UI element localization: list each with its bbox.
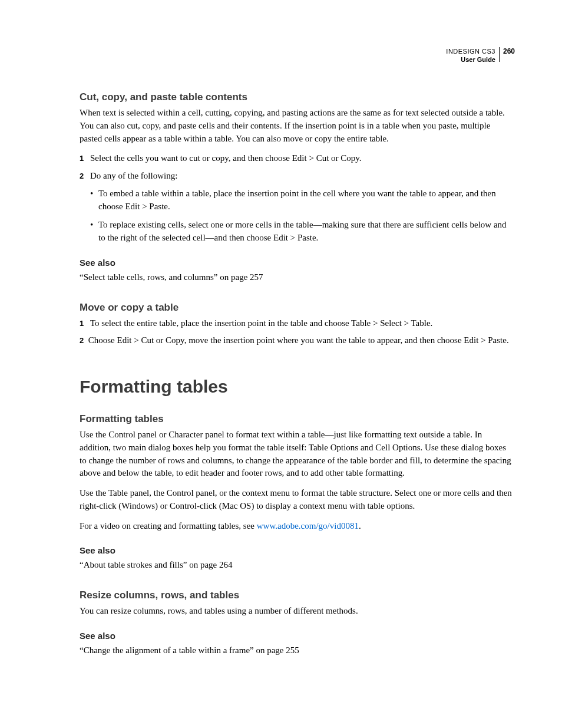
bullet-list: • To embed a table within a table, place… [80,187,515,245]
heading-formatting-tables: Formatting tables [80,413,515,425]
body-paragraph: Use the Control panel or Character panel… [80,429,515,480]
cross-reference: “About table strokes and fills” on page … [80,559,515,572]
content-area: Cut, copy, and paste table contents When… [80,91,515,657]
step-text: Choose Edit > Cut or Copy, move the inse… [88,335,509,345]
page: INDESIGN CS3 User Guide 260 Cut, copy, a… [0,0,562,728]
step-2-paragraph: 2 Choose Edit > Cut or Copy, move the in… [80,334,515,347]
heading-move-copy-table: Move or copy a table [80,302,515,314]
list-item: 1 To select the entire table, place the … [80,317,515,330]
page-header: INDESIGN CS3 User Guide 260 [446,47,515,64]
header-row: INDESIGN CS3 User Guide 260 [446,47,515,64]
link-suffix-text: . [359,521,361,531]
bullet-dot-icon: • [90,219,98,245]
header-product: INDESIGN CS3 [446,47,495,55]
header-titles: INDESIGN CS3 User Guide [446,47,499,64]
body-paragraph: You can resize columns, rows, and tables… [80,605,515,618]
numbered-list: 1 Select the cells you want to cut or co… [80,152,515,183]
body-paragraph-with-link: For a video on creating and formatting t… [80,520,515,533]
list-item: 2 Do any of the following: [80,170,515,183]
bullet-text: To replace existing cells, select one or… [98,219,515,245]
bullet-dot-icon: • [90,187,98,213]
step-text: Select the cells you want to cut or copy… [90,152,515,165]
step-number: 1 [80,317,90,330]
cross-reference: “Select table cells, rows, and columns” … [80,271,515,284]
header-guide: User Guide [446,55,495,64]
heading-formatting-tables-major: Formatting tables [80,377,515,397]
numbered-list: 1 To select the entire table, place the … [80,317,515,330]
list-item: 1 Select the cells you want to cut or co… [80,152,515,165]
see-also-heading: See also [80,545,515,555]
intro-paragraph: When text is selected within a cell, cut… [80,107,515,145]
link-prefix-text: For a video on creating and formatting t… [80,521,257,531]
cross-reference: “Change the alignment of a table within … [80,644,515,657]
page-number: 260 [499,47,515,62]
see-also-heading: See also [80,258,515,268]
step-number: 2 [80,170,90,183]
step-text: To select the entire table, place the in… [90,317,515,330]
heading-resize-columns: Resize columns, rows, and tables [80,589,515,601]
video-link[interactable]: www.adobe.com/go/vid0081 [257,521,359,531]
bullet-item: • To replace existing cells, select one … [90,219,515,245]
see-also-heading: See also [80,631,515,641]
step-text: Do any of the following: [90,170,515,183]
body-paragraph: Use the Table panel, the Control panel, … [80,487,515,513]
step-number: 1 [80,152,90,165]
bullet-item: • To embed a table within a table, place… [90,187,515,213]
spacer [80,284,515,302]
step-number-inline: 2 [80,336,84,345]
spacer [80,572,515,589]
heading-cut-copy-paste: Cut, copy, and paste table contents [80,91,515,103]
bullet-text: To embed a table within a table, place t… [98,187,515,213]
